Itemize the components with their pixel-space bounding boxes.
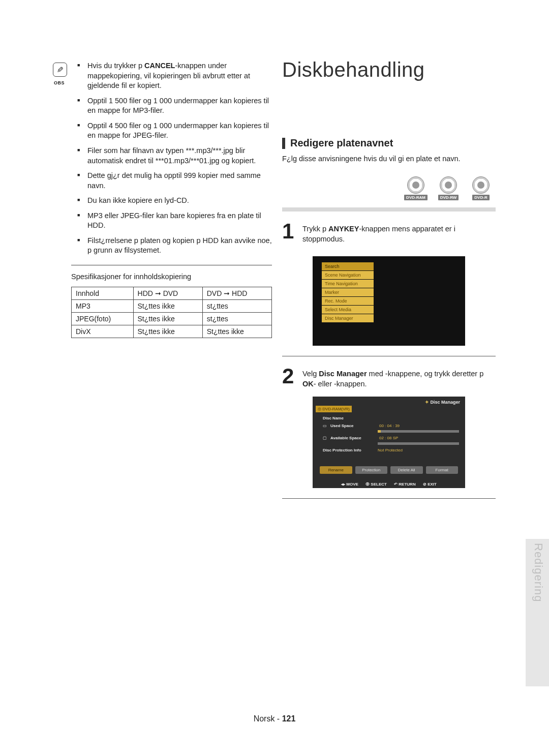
note-item: Opptil 1 500 filer og 1 000 undermapper … — [87, 96, 272, 116]
note-item: Opptil 4 500 filer og 1 000 undermapper … — [87, 121, 272, 141]
divider — [282, 498, 496, 499]
anykey-menu: Search Scene Navigation Time Navigation … — [322, 262, 374, 323]
disc-label: DVD-R — [472, 195, 489, 200]
available-bar — [378, 442, 459, 445]
step-text: Velg Disc Manager med -knappene, og tryk… — [302, 367, 496, 389]
table-row: MP3 St¿ttes ikke st¿ttes — [72, 300, 272, 313]
step-number: 2 — [282, 367, 297, 389]
info-row: ▢ Available Space 02 : 08 SP — [323, 436, 458, 440]
divider — [71, 265, 272, 265]
button-row: Rename Protection Delete All Format — [320, 466, 458, 474]
table-row: JPEG(foto) St¿ttes ikke st¿ttes — [72, 313, 272, 325]
table-row: DivX St¿ttes ikke St¿ttes ikke — [72, 325, 272, 338]
step-text: Trykk p ANYKEY-knappen mens apparatet er… — [302, 222, 496, 245]
spec-table: Innhold HDD ➞ DVD DVD ➞ HDD MP3 St¿ttes … — [71, 287, 272, 338]
used-space-icon: ▭ — [323, 424, 329, 428]
disc-icon — [440, 176, 457, 194]
chapter-title: Diskbehandling — [282, 58, 496, 81]
obs-label: OBS — [54, 80, 65, 85]
available-space-icon: ▢ — [323, 436, 329, 440]
step: 2 Velg Disc Manager med -knappene, og tr… — [282, 367, 496, 389]
menu-item: Disc Manager — [322, 314, 374, 322]
note-item: Filst¿rrelsene p platen og kopien p HDD … — [87, 236, 272, 256]
section-title: Redigere platenavnet — [290, 137, 393, 149]
notes-list: Hvis du trykker p CANCEL-knappen under m… — [71, 61, 272, 256]
info-row: Disc Protection Info Not Protected — [323, 448, 458, 452]
screenshot-anykey-menu: Search Scene Navigation Time Navigation … — [313, 256, 465, 346]
section-intro: F¿lg disse anvisningene hvis du vil gi e… — [282, 154, 496, 164]
format-button: Format — [426, 466, 459, 474]
disc-manager-title: Disc Manager — [425, 400, 460, 405]
page-footer: Norsk - 121 — [0, 714, 549, 723]
menu-item: Scene Navigation — [322, 271, 374, 279]
divider — [282, 356, 496, 356]
disc-badge: DVD-RAM — [401, 176, 431, 200]
spec-caption: Spesifikasjoner for innholdskopiering — [71, 273, 272, 281]
menu-item: Rec. Mode — [322, 297, 374, 305]
menu-item: Search — [322, 262, 374, 270]
note-item: Du kan ikke kopiere en lyd-CD. — [87, 196, 272, 206]
th-hdd-dvd: HDD ➞ DVD — [133, 287, 202, 300]
used-bar — [378, 430, 459, 433]
note-item: MP3 eller JPEG-filer kan bare kopieres f… — [87, 211, 272, 231]
disc-compatibility-icons: DVD-RAM DVD-RW DVD-R — [282, 176, 496, 200]
th-content: Innhold — [72, 287, 134, 300]
screenshot-disc-manager: Disc Manager DVD-RAM(VR) Disc Name ▭ Use… — [313, 397, 465, 488]
th-dvd-hdd: DVD ➞ HDD — [202, 287, 271, 300]
delete-all-button: Delete All — [390, 466, 423, 474]
table-row: Innhold HDD ➞ DVD DVD ➞ HDD — [72, 287, 272, 300]
note-item: Filer som har filnavn av typen ***.mp3/*… — [87, 146, 272, 166]
disc-badge: DVD-RW — [434, 176, 463, 200]
pencil-note-icon — [53, 63, 67, 77]
disc-label: DVD-RAM — [404, 195, 428, 200]
menu-item: Marker — [322, 288, 374, 296]
disc-icon — [472, 176, 490, 194]
nav-hint-row: ◂▸ MOVE ⦿ SELECT ↶ RETURN ⊘ EXIT — [313, 482, 465, 487]
rename-button: Rename — [320, 466, 352, 474]
menu-item: Time Navigation — [322, 280, 374, 288]
menu-item: Select Media — [322, 306, 374, 314]
disc-icon — [407, 176, 424, 194]
step: 1 Trykk p ANYKEY-knappen mens apparatet … — [282, 222, 496, 245]
section-bar-icon — [282, 138, 285, 149]
protection-button: Protection — [355, 466, 388, 474]
note-item: Hvis du trykker p CANCEL-knappen under m… — [87, 61, 272, 91]
disc-label: DVD-RW — [438, 195, 459, 200]
grey-rule — [282, 207, 496, 211]
disc-badge: DVD-R — [466, 176, 496, 200]
media-label: DVD-RAM(VR) — [316, 406, 352, 412]
info-row: ▭ Used Space 00 : 04 : 39 — [323, 424, 458, 428]
info-row: Disc Name — [323, 416, 458, 420]
side-tab-label: Redigering — [532, 543, 545, 602]
step-number: 1 — [282, 222, 297, 245]
note-item: Dette gj¿r det mulig ha opptil 999 kopie… — [87, 171, 272, 191]
